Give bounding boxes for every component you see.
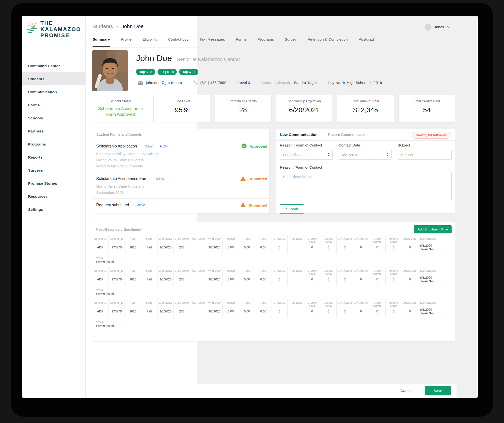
enrollment-cell-with-date: With Date9/2/2020	[206, 267, 222, 286]
comm-tab-new-communication[interactable]: New Communication	[280, 132, 317, 140]
form-name: Scholarship Application	[96, 144, 137, 148]
enrollment-col-header: Entry Code	[174, 237, 189, 244]
enrollment-cell-value: 0	[402, 310, 417, 313]
breadcrumb-students[interactable]: Students	[93, 23, 113, 29]
cancel-button[interactable]: Cancel	[400, 389, 412, 393]
sidebar-item-communication[interactable]: Communication	[22, 85, 85, 98]
enrollment-cell-value: 0	[402, 246, 417, 249]
tag-remove-icon[interactable]: ✕	[193, 70, 196, 74]
tag-label: Tag B	[161, 70, 169, 74]
enrollment-cell-gpa-cumul: GPA Cumul0	[353, 299, 369, 318]
enrollment-cell-last-change: Last Change8/1/2020Janell Sm…	[418, 235, 455, 254]
tab-postgrad[interactable]: Postgrad	[359, 37, 374, 47]
enrollment-cell-value: ADR	[93, 246, 108, 249]
enrollment-notes: NotesLorem ipsum	[92, 254, 455, 267]
user-menu[interactable]: Janell	[425, 24, 450, 31]
enrollment-cell-audit-date: Audit Date0	[402, 267, 418, 286]
enrollment-cell-with-code: With Code	[190, 235, 206, 254]
description-textarea[interactable]	[280, 172, 452, 200]
enrollment-col-header: School ID	[93, 301, 108, 308]
add-tag-button[interactable]: +	[202, 69, 206, 75]
enrollment-col-header: Sem.	[142, 269, 157, 276]
sidebar-item-promise-stories[interactable]: Promise Stories	[22, 177, 85, 190]
sidebar-item-reports[interactable]: Reports	[22, 151, 85, 164]
enrollment-col-header: School ID	[93, 269, 108, 276]
comm-tabs-divider	[276, 140, 455, 141]
enrollment-col-header: Sem.	[142, 237, 157, 244]
enrollment-cell-with-date: With Date9/2/2020	[206, 235, 222, 254]
tab-survey[interactable]: Survey	[285, 37, 297, 47]
dot-separator: •	[370, 81, 371, 85]
notes-text: Lorem ipsum	[96, 260, 451, 264]
select-stepper-icon	[328, 153, 330, 156]
sidebar-item-surveys[interactable]: Surveys	[22, 164, 85, 177]
tab-profile[interactable]: Profile	[121, 37, 132, 47]
enrollment-cell-value: 0	[353, 246, 368, 249]
tab-eligibility[interactable]: Eligibility	[142, 37, 157, 47]
sidebar: THE KALAMAZOO PROMISE Command CenterStud…	[22, 16, 86, 398]
comm-tab-recent-communications[interactable]: Recent Communications	[328, 132, 369, 140]
enrollment-col-header: Paid Date	[288, 269, 303, 276]
tab-text-messages[interactable]: Text Messages	[200, 37, 225, 47]
enrollment-cell-paid: Paid0.00	[255, 235, 271, 254]
enrollment-cell-value: 0.00	[239, 246, 254, 249]
add-enrollment-row-button[interactable]: Add Enrollment Row	[414, 225, 452, 233]
enrollment-cell-credit-cumul: Credit Cumul0	[369, 267, 385, 286]
contact-date-select[interactable]: 6/21/2020	[339, 150, 392, 160]
sidebar-item-resources[interactable]: Resources	[22, 190, 85, 203]
stat-card-total-amount-paid: Total Amount Paid$12,345	[337, 95, 394, 122]
tab-summary[interactable]: Summary	[93, 37, 110, 47]
waiting-follow-up-badge: Waiting for follow up	[412, 132, 451, 139]
stat-card-fund-level: Fund Level95%	[153, 95, 210, 122]
form-name: Scholarship Acceptance Form	[96, 177, 149, 181]
notes-text: Lorem ipsum	[96, 324, 451, 328]
form-link-pdf[interactable]: PDF	[160, 144, 168, 148]
enrollment-cell-value: 0	[337, 278, 352, 281]
form-detail-line: Western Michigan University	[96, 163, 266, 169]
tab-programs[interactable]: Programs	[257, 37, 274, 47]
enrollment-col-header: Acadm Stand	[386, 237, 401, 244]
enrollment-col-header: Fees	[239, 269, 254, 276]
form-link-view[interactable]: View	[136, 203, 144, 207]
form-link-view[interactable]: View	[156, 177, 164, 181]
tag-remove-icon[interactable]: ✕	[172, 70, 174, 74]
sidebar-item-forms[interactable]: Forms	[22, 98, 85, 112]
enrollment-col-header: Acadm Stand	[386, 269, 401, 276]
enrollment-cell-college-id: College ID270875	[109, 235, 125, 254]
save-button[interactable]: Save	[425, 386, 451, 395]
enrollment-col-header: Credits Paid	[305, 237, 320, 244]
form-link-view[interactable]: View	[144, 144, 152, 148]
tag-remove-icon[interactable]: ✕	[150, 70, 153, 74]
tab-contact-log[interactable]: Contact Log	[168, 37, 189, 47]
form-status-approved: Approved	[242, 144, 267, 149]
notes-label: Notes	[96, 256, 451, 259]
enrollment-cell-gpa-cumul: GPA Cumul0	[353, 235, 369, 254]
tag-label: Tag C	[183, 70, 191, 74]
student-phone[interactable]: (321) 456-7890	[200, 81, 226, 85]
sidebar-item-partners[interactable]: Partners	[22, 125, 85, 138]
stat-card-total-credits-paid: Total Credits Paid54	[398, 95, 455, 122]
enrollment-notes: NotesLorem ipsum	[92, 286, 455, 299]
form-of-contact-select[interactable]: Form of Contact	[280, 150, 333, 160]
sidebar-item-schools[interactable]: Schools	[22, 112, 85, 125]
subject-input[interactable]	[398, 150, 452, 160]
tab-retention-completion[interactable]: Retention & Completion	[307, 37, 348, 47]
student-email[interactable]: john.doe@gmail.com	[146, 81, 182, 85]
submit-button[interactable]: Submit	[280, 204, 304, 214]
enrollment-cell-year: Year2020	[125, 299, 141, 318]
enrollment-cell-sem: Sem.Fall	[141, 299, 158, 318]
stat-card-label: Remaining Credits	[215, 99, 271, 103]
sidebar-item-command-center[interactable]: Command Center	[22, 59, 85, 72]
stat-card-student-status: Student StatusScholarship Acceptance For…	[92, 95, 149, 122]
enrollment-cell-gpa-cumul: GPA Cumul0	[353, 267, 369, 286]
stat-card-value: 28	[215, 106, 271, 114]
enrollment-cell-value: 0	[386, 310, 401, 313]
sidebar-item-programs[interactable]: Programs	[22, 138, 85, 151]
enrollment-col-header: GPA Actual	[337, 301, 352, 308]
enrollment-cell-value: 0	[321, 278, 336, 281]
tab-forms[interactable]: Forms	[236, 37, 247, 47]
stat-card-value: 54	[399, 106, 455, 114]
user-avatar	[425, 24, 431, 31]
sidebar-item-students[interactable]: Students	[22, 72, 85, 85]
sidebar-item-settings[interactable]: Settings	[22, 203, 85, 216]
